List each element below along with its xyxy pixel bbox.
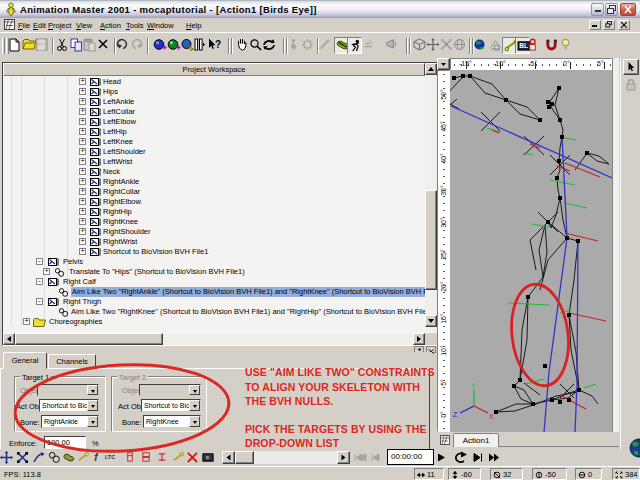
- svg-text:X: X: [489, 413, 494, 420]
- svg-text:?: ?: [215, 39, 221, 50]
- svg-text:Y: Y: [471, 382, 476, 389]
- svg-text:Z: Z: [453, 411, 458, 418]
- svg-text:BL: BL: [519, 42, 528, 49]
